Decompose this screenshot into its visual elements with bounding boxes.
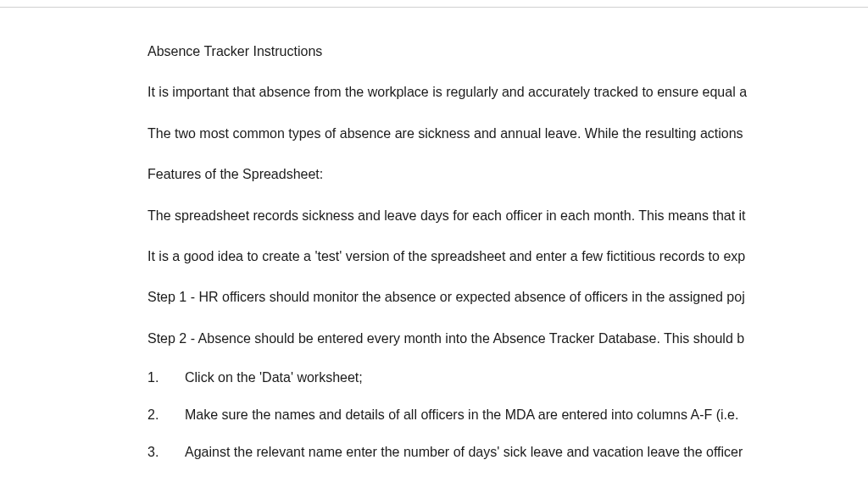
list-item: 3. Against the relevant name enter the n… xyxy=(147,445,846,460)
list-text: Make sure the names and details of all o… xyxy=(185,407,738,423)
step-paragraph: Step 2 - Absence should be entered every… xyxy=(147,330,846,348)
document-title: Absence Tracker Instructions xyxy=(147,42,846,61)
list-number: 3. xyxy=(147,445,185,460)
list-item: 1. Click on the 'Data' worksheet; xyxy=(147,370,846,385)
paragraph: The two most common types of absence are… xyxy=(147,125,846,143)
page-divider xyxy=(0,7,868,8)
section-heading: Features of the Spreadsheet: xyxy=(147,165,846,184)
list-number: 1. xyxy=(147,370,185,385)
paragraph: The spreadsheet records sickness and lea… xyxy=(147,207,846,225)
list-item: 2. Make sure the names and details of al… xyxy=(147,407,846,423)
paragraph: It is a good idea to create a 'test' ver… xyxy=(147,247,846,266)
list-text: Click on the 'Data' worksheet; xyxy=(185,370,363,385)
numbered-list: 1. Click on the 'Data' worksheet; 2. Mak… xyxy=(147,370,846,482)
list-number: 2. xyxy=(147,407,185,423)
step-paragraph: Step 1 - HR officers should monitor the … xyxy=(147,288,846,307)
list-text: Against the relevant name enter the numb… xyxy=(185,445,743,460)
document-content: Absence Tracker Instructions It is impor… xyxy=(0,0,846,482)
paragraph: It is important that absence from the wo… xyxy=(147,83,846,102)
